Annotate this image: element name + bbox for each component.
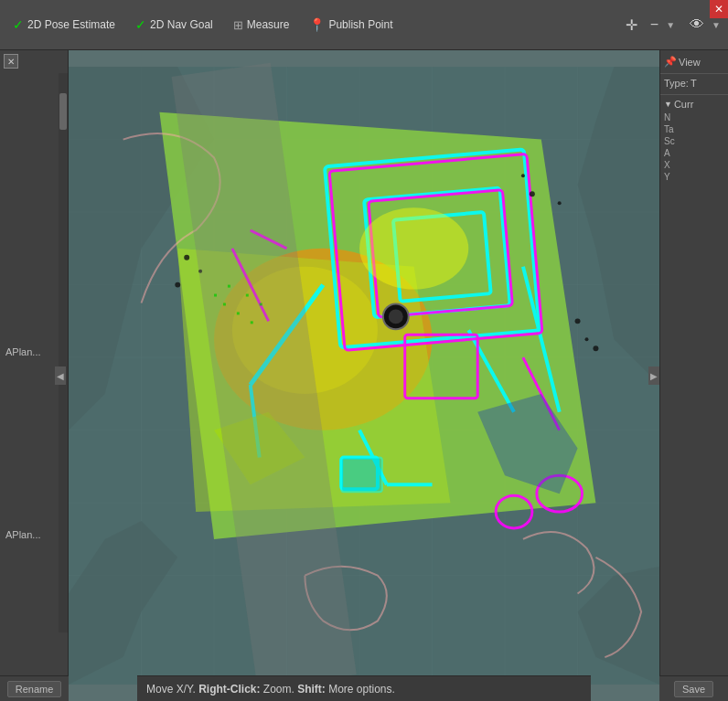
svg-point-45: [175, 282, 180, 288]
publish-point-tool[interactable]: 📍 Publish Point: [304, 14, 398, 36]
bottom-bar: Rename: [0, 675, 69, 701]
pose-estimate-tool[interactable]: ✓ 2D Pose Estimate: [7, 14, 121, 36]
svg-point-41: [359, 207, 468, 289]
nav-goal-tool[interactable]: ✓ 2D Nav Goal: [130, 14, 219, 36]
svg-rect-56: [341, 457, 382, 492]
close-icon: ✕: [714, 3, 723, 16]
sidebar-scrollbar-thumb[interactable]: [59, 93, 67, 130]
type-row: Type: T: [660, 74, 728, 92]
map-canvas: [69, 50, 659, 701]
save-button[interactable]: Save: [674, 681, 713, 697]
panel-row-y: Y: [660, 171, 728, 183]
pose-estimate-label: 2D Pose Estimate: [27, 18, 115, 31]
status-text: Move X/Y. Right-Click: Zoom. Shift: More…: [146, 683, 395, 696]
panel-row-a: A: [660, 147, 728, 159]
svg-point-47: [530, 191, 535, 196]
pose-estimate-icon: ✓: [13, 17, 24, 32]
nav-goal-icon: ✓: [135, 17, 146, 32]
measure-label: Measure: [247, 18, 290, 31]
sidebar-close-button[interactable]: ✕: [4, 54, 18, 69]
map-viewport[interactable]: ▶ Move X/Y. Right-Click: Zoom. Shift: Mo…: [69, 50, 659, 701]
ruler-icon: ⊞: [233, 18, 243, 32]
svg-rect-63: [260, 303, 262, 305]
svg-point-49: [575, 318, 581, 324]
panel-row-sc: Sc: [660, 135, 728, 147]
nav-goal-label: 2D Nav Goal: [150, 18, 213, 31]
window-close-button[interactable]: ✕: [710, 0, 728, 18]
plus-icon: ✛: [626, 16, 637, 34]
sidebar-item-0[interactable]: APlan...: [0, 343, 68, 361]
sidebar-item-1[interactable]: APlan...: [0, 526, 68, 544]
zoom-tools: ✛ − ▼: [620, 13, 675, 37]
eye-button[interactable]: 👁: [684, 13, 710, 37]
publish-point-label: Publish Point: [328, 18, 392, 31]
svg-point-50: [585, 337, 589, 341]
left-sidebar: ✕ APlan... APlan... ◀ Rename: [0, 50, 69, 701]
svg-rect-57: [214, 294, 217, 297]
toolbar: ✓ 2D Pose Estimate ✓ 2D Nav Goal ⊞ Measu…: [0, 0, 728, 50]
measure-tool[interactable]: ⊞ Measure: [228, 15, 295, 36]
type-value: T: [691, 78, 697, 89]
svg-point-43: [184, 255, 189, 260]
svg-point-54: [389, 309, 403, 324]
eye-dropdown-icon[interactable]: ▼: [712, 20, 721, 30]
eye-icon: 👁: [690, 16, 704, 33]
type-label: Type:: [664, 78, 689, 89]
panel-row-n: N: [660, 112, 728, 123]
view-label: View: [679, 57, 701, 68]
sidebar-scroll-left-arrow[interactable]: ◀: [55, 366, 66, 385]
panel-row-x: X: [660, 159, 728, 171]
svg-point-48: [558, 201, 562, 205]
map-scroll-right-arrow[interactable]: ▶: [648, 366, 659, 385]
panel-row-ta: Ta: [660, 123, 728, 135]
right-panel-header: 📌 View: [660, 50, 728, 74]
svg-rect-59: [228, 285, 230, 288]
sidebar-scrollbar[interactable]: [59, 73, 68, 632]
main-content: ✕ APlan... APlan... ◀ Rename: [0, 50, 728, 701]
svg-point-46: [521, 174, 525, 177]
minus-dropdown-icon[interactable]: ▼: [666, 20, 675, 30]
svg-rect-60: [237, 312, 240, 314]
pin-icon: 📍: [309, 17, 325, 32]
right-panel: 📌 View Type: T ▼ Curr N Ta Sc A X Y Save: [659, 50, 728, 701]
panel-icon: 📌: [664, 56, 677, 68]
curr-section: ▼ Curr: [660, 97, 728, 112]
svg-rect-58: [223, 303, 226, 305]
svg-point-51: [593, 345, 598, 351]
minus-icon: −: [650, 16, 658, 33]
rename-button[interactable]: Rename: [7, 681, 62, 697]
right-bottom-bar: Save: [659, 675, 728, 701]
add-button[interactable]: ✛: [620, 13, 643, 37]
svg-rect-62: [251, 321, 253, 324]
curr-label: Curr: [674, 99, 693, 110]
status-bar: Move X/Y. Right-Click: Zoom. Shift: More…: [137, 675, 591, 701]
minus-button[interactable]: −: [645, 13, 664, 37]
svg-rect-61: [246, 294, 249, 297]
expand-icon: ▼: [664, 100, 672, 109]
